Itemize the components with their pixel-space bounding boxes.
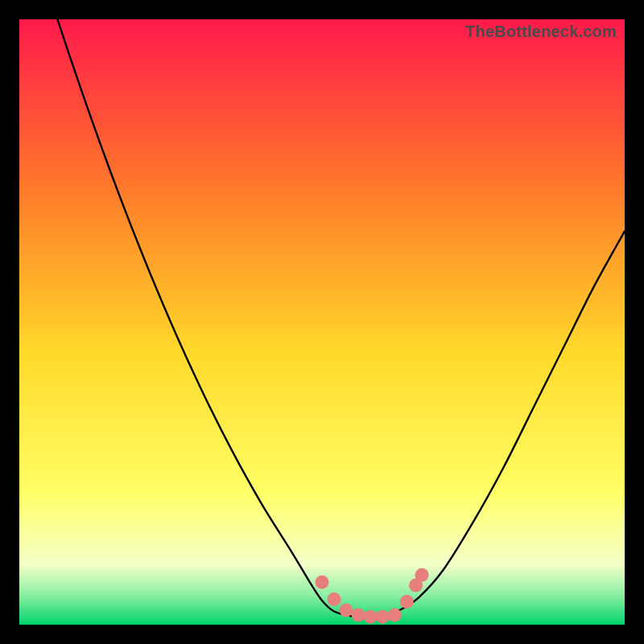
chart-svg — [19, 19, 625, 625]
plot-area: TheBottleneck.com — [19, 19, 625, 625]
gradient-background — [19, 19, 625, 625]
data-marker — [316, 576, 329, 589]
watermark-text: TheBottleneck.com — [465, 23, 617, 41]
data-marker — [328, 592, 341, 606]
data-marker — [388, 608, 402, 621]
data-marker — [364, 610, 378, 624]
data-marker — [415, 568, 429, 582]
data-marker — [376, 610, 390, 624]
data-marker — [340, 603, 353, 617]
chart-frame: TheBottleneck.com — [0, 0, 644, 644]
data-marker — [352, 608, 365, 621]
data-marker — [400, 595, 414, 609]
